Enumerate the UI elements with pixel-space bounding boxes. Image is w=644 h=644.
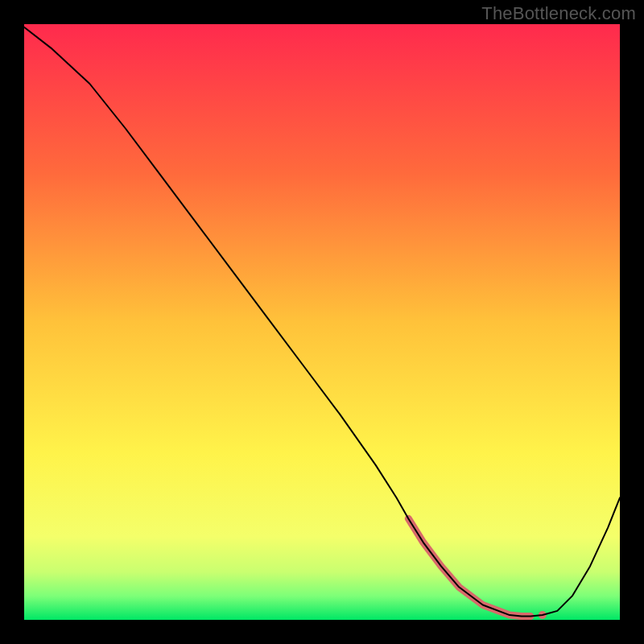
bottleneck-chart [24,24,620,620]
watermark-text: TheBottleneck.com [481,3,636,24]
chart-container [24,24,620,620]
